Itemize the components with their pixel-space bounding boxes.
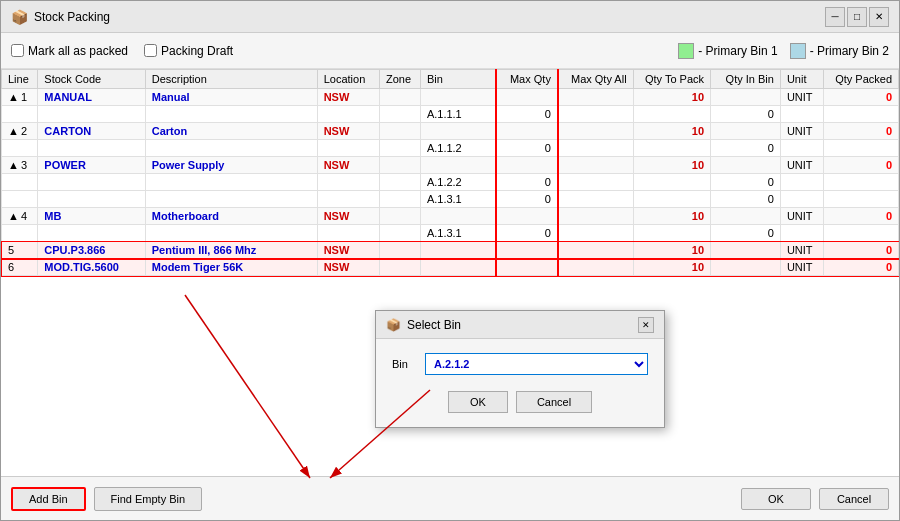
table-row[interactable]: ▲3POWERPower SupplyNSW10UNIT0	[2, 157, 899, 174]
table-cell-bin: A.1.3.1	[420, 191, 495, 208]
packing-draft-label: Packing Draft	[161, 44, 233, 58]
expand-icon[interactable]: ▲	[8, 91, 19, 103]
table-cell-qty_in_bin: 0	[711, 140, 781, 157]
table-cell-unit	[780, 191, 823, 208]
table-cell-qty_in_bin	[711, 242, 781, 259]
table-cell-location: NSW	[317, 123, 379, 140]
table-cell-line: ▲3	[2, 157, 38, 174]
table-cell-max_qty: 0	[496, 225, 558, 242]
table-cell-stock_code	[38, 191, 145, 208]
table-cell-qty_packed	[823, 106, 898, 123]
table-cell-description: Power Supply	[145, 157, 317, 174]
mark-all-packed-input[interactable]	[11, 44, 24, 57]
modal-bin-select[interactable]: A.2.1.2	[425, 353, 648, 375]
maximize-button[interactable]: □	[847, 7, 867, 27]
close-button[interactable]: ✕	[869, 7, 889, 27]
mark-all-packed-checkbox[interactable]: Mark all as packed	[11, 44, 128, 58]
table-cell-qty_packed	[823, 174, 898, 191]
table-cell-unit	[780, 140, 823, 157]
packing-draft-input[interactable]	[144, 44, 157, 57]
table-cell-line: ▲1	[2, 89, 38, 106]
table-cell-description	[145, 191, 317, 208]
col-max-qty-all: Max Qty All	[558, 70, 633, 89]
table-cell-max_qty	[496, 89, 558, 106]
table-row[interactable]: A.1.1.100	[2, 106, 899, 123]
table-cell-description	[145, 174, 317, 191]
window-icon: 📦	[11, 9, 28, 25]
table-cell-max_qty: 0	[496, 191, 558, 208]
table-row[interactable]: A.1.3.100	[2, 191, 899, 208]
table-cell-bin: A.1.2.2	[420, 174, 495, 191]
table-cell-qty_packed: 0	[823, 242, 898, 259]
table-cell-qty_in_bin: 0	[711, 225, 781, 242]
table-cell-zone	[379, 140, 420, 157]
table-cell-max_qty_all	[558, 89, 633, 106]
table-cell-max_qty: 0	[496, 106, 558, 123]
table-cell-stock_code	[38, 106, 145, 123]
table-cell-stock_code	[38, 225, 145, 242]
modal-ok-button[interactable]: OK	[448, 391, 508, 413]
col-stock-code: Stock Code	[38, 70, 145, 89]
table-cell-qty_to_pack	[633, 174, 710, 191]
table-cell-max_qty	[496, 259, 558, 276]
col-line: Line	[2, 70, 38, 89]
table-row[interactable]: A.1.3.100	[2, 225, 899, 242]
col-location: Location	[317, 70, 379, 89]
expand-icon[interactable]: ▲	[8, 159, 19, 171]
table-cell-max_qty_all	[558, 106, 633, 123]
packing-draft-checkbox[interactable]: Packing Draft	[144, 44, 233, 58]
table-cell-max_qty	[496, 242, 558, 259]
col-unit: Unit	[780, 70, 823, 89]
table-cell-max_qty: 0	[496, 174, 558, 191]
add-bin-button[interactable]: Add Bin	[11, 487, 86, 511]
table-cell-zone	[379, 225, 420, 242]
table-cell-qty_packed: 0	[823, 89, 898, 106]
modal-bin-label: Bin	[392, 358, 417, 370]
table-cell-bin	[420, 259, 495, 276]
table-cell-line	[2, 106, 38, 123]
table-cell-stock_code: MB	[38, 208, 145, 225]
expand-icon[interactable]: ▲	[8, 125, 19, 137]
table-row[interactable]: 5CPU.P3.866Pentium III, 866 MhzNSW10UNIT…	[2, 242, 899, 259]
table-cell-zone	[379, 242, 420, 259]
modal-close-button[interactable]: ✕	[638, 317, 654, 333]
col-zone: Zone	[379, 70, 420, 89]
table-cell-unit: UNIT	[780, 89, 823, 106]
table-cell-qty_in_bin: 0	[711, 191, 781, 208]
table-row[interactable]: A.1.1.200	[2, 140, 899, 157]
table-cell-unit: UNIT	[780, 259, 823, 276]
table-row[interactable]: ▲2CARTONCartonNSW10UNIT0	[2, 123, 899, 140]
table-cell-location: NSW	[317, 89, 379, 106]
table-cell-qty_to_pack	[633, 191, 710, 208]
table-cell-bin	[420, 242, 495, 259]
table-cell-location: NSW	[317, 208, 379, 225]
table-cell-qty_to_pack: 10	[633, 242, 710, 259]
table-row[interactable]: ▲1MANUALManualNSW10UNIT0	[2, 89, 899, 106]
table-row[interactable]: ▲4MBMotherboardNSW10UNIT0	[2, 208, 899, 225]
table-cell-location: NSW	[317, 157, 379, 174]
table-cell-max_qty_all	[558, 123, 633, 140]
table-cell-zone	[379, 123, 420, 140]
minimize-button[interactable]: ─	[825, 7, 845, 27]
main-table: Line Stock Code Description Location Zon…	[1, 69, 899, 276]
cancel-button[interactable]: Cancel	[819, 488, 889, 510]
expand-icon[interactable]: ▲	[8, 210, 19, 222]
col-bin: Bin	[420, 70, 495, 89]
modal-cancel-button[interactable]: Cancel	[516, 391, 592, 413]
find-empty-bin-button[interactable]: Find Empty Bin	[94, 487, 203, 511]
table-cell-qty_to_pack	[633, 106, 710, 123]
table-cell-location	[317, 106, 379, 123]
table-cell-bin: A.1.1.1	[420, 106, 495, 123]
table-cell-qty_packed	[823, 225, 898, 242]
ok-button[interactable]: OK	[741, 488, 811, 510]
table-cell-description: Pentium III, 866 Mhz	[145, 242, 317, 259]
table-row[interactable]: A.1.2.200	[2, 174, 899, 191]
table-cell-max_qty_all	[558, 140, 633, 157]
table-cell-zone	[379, 89, 420, 106]
table-row[interactable]: 6MOD.TIG.5600Modem Tiger 56KNSW10UNIT0	[2, 259, 899, 276]
table-cell-qty_in_bin	[711, 259, 781, 276]
table-cell-zone	[379, 157, 420, 174]
table-cell-location: NSW	[317, 259, 379, 276]
table-cell-line: 6	[2, 259, 38, 276]
table-cell-bin	[420, 123, 495, 140]
